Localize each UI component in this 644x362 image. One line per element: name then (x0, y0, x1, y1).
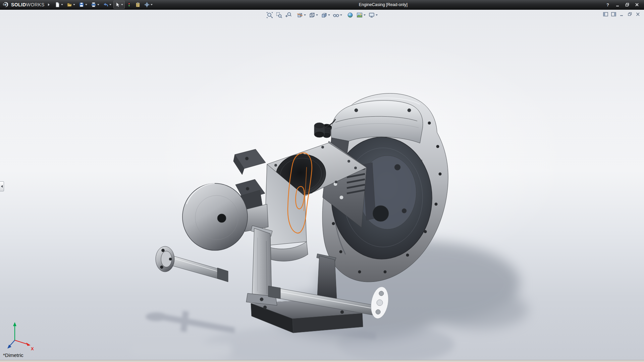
section-cube-icon (297, 12, 303, 18)
restore-icon (625, 2, 630, 7)
dassault-3ds-logo-icon (2, 1, 9, 8)
triad-x-label: X (31, 346, 34, 351)
dropdown-caret-icon (85, 4, 87, 5)
solidworks-window: SOLIDWORKS (0, 0, 644, 362)
close-button[interactable] (634, 2, 640, 8)
doc-minimize-button[interactable] (619, 11, 625, 17)
standard-toolbar (53, 1, 154, 9)
doc-restore-button[interactable] (627, 11, 633, 17)
title-bar: SOLIDWORKS (0, 0, 644, 10)
minimize-button[interactable] (614, 2, 621, 8)
doc-close-button[interactable] (635, 11, 641, 17)
scene-icon (356, 12, 363, 18)
shaft-left[interactable] (156, 246, 228, 282)
document-title: EngineCasing [Read-only] (359, 0, 408, 10)
close-icon (635, 2, 639, 7)
shaded-cube-icon (321, 12, 327, 18)
close-icon (636, 12, 640, 16)
print-button[interactable] (89, 1, 101, 9)
dropdown-caret-icon (376, 14, 378, 16)
restore-icon (628, 12, 632, 16)
stand-leg-right[interactable] (317, 254, 337, 300)
orientation-triad: X (5, 319, 37, 351)
pane-left-button[interactable] (603, 11, 608, 17)
open-folder-icon (67, 2, 72, 7)
pane-left-icon (603, 12, 608, 16)
dropdown-caret-icon (73, 4, 75, 5)
dropdown-caret-icon (340, 14, 342, 16)
chevron-left-icon (1, 185, 3, 188)
previous-view-button[interactable] (284, 11, 293, 19)
view-orientation-label: *Dimetric (3, 352, 23, 358)
app-brand: SOLIDWORKS (0, 0, 47, 9)
clipboard-icon (135, 2, 141, 7)
dropdown-caret-icon (364, 14, 366, 16)
glasses-icon (333, 12, 339, 18)
app-name: SOLIDWORKS (11, 2, 45, 7)
apply-scene-button[interactable] (355, 11, 367, 19)
select-tool-button[interactable] (113, 1, 125, 9)
status-bar (0, 360, 644, 362)
document-window-controls (603, 11, 641, 17)
rebuild-traffic-light-icon (127, 2, 131, 7)
new-document-icon (55, 2, 60, 7)
graphics-area[interactable]: X *Dimetric (0, 10, 644, 360)
color-sphere-icon (347, 12, 354, 18)
window-controls: ? (605, 2, 644, 8)
dropdown-caret-icon (304, 14, 306, 16)
new-document-button[interactable] (53, 1, 65, 9)
minimize-icon (620, 12, 624, 16)
pane-right-icon (611, 12, 616, 16)
view-settings-button[interactable] (367, 11, 379, 19)
undo-button[interactable] (101, 1, 113, 9)
view-orientation-button[interactable] (308, 11, 319, 19)
maximize-button[interactable] (624, 2, 630, 8)
save-icon (79, 2, 84, 7)
section-view-button[interactable] (296, 11, 307, 19)
open-button[interactable] (65, 1, 77, 9)
magnifier-area-icon (276, 12, 282, 18)
select-arrow-icon (115, 2, 120, 7)
dropdown-caret-icon (61, 4, 63, 5)
pane-right-button[interactable] (611, 11, 616, 17)
zoom-to-fit-button[interactable] (265, 11, 274, 19)
dropdown-caret-icon (151, 4, 153, 5)
print-icon (91, 2, 96, 7)
heads-up-view-toolbar (265, 11, 379, 19)
dropdown-caret-icon (328, 14, 330, 16)
gear-icon (144, 2, 150, 7)
dropdown-caret-icon (121, 4, 123, 5)
zoom-to-area-button[interactable] (275, 11, 283, 19)
magnifier-back-icon (285, 12, 292, 18)
file-properties-button[interactable] (133, 1, 142, 9)
help-button[interactable]: ? (605, 2, 611, 8)
minimize-icon (615, 2, 620, 7)
options-button[interactable] (143, 1, 154, 9)
magnifier-icon (266, 12, 273, 18)
dropdown-caret-icon (97, 4, 99, 5)
monitor-icon (368, 12, 375, 18)
3d-model-canvas[interactable] (0, 10, 644, 360)
edit-appearance-button[interactable] (346, 11, 355, 19)
display-style-button[interactable] (320, 11, 331, 19)
dropdown-caret-icon (109, 4, 111, 5)
undo-icon (103, 2, 108, 7)
dropdown-caret-icon (316, 14, 318, 16)
rebuild-button[interactable] (125, 1, 133, 9)
menu-flyout-arrow-icon[interactable] (48, 3, 50, 6)
featuremanager-collapsed-tab[interactable] (0, 181, 4, 191)
wireframe-cube-icon (309, 12, 315, 18)
hide-show-items-button[interactable] (332, 11, 343, 19)
save-button[interactable] (77, 1, 89, 9)
